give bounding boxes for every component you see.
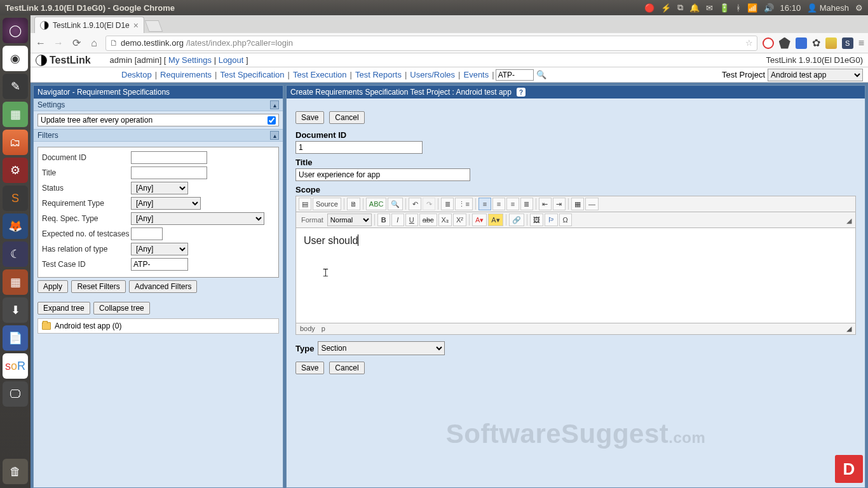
files-icon[interactable]: 🗂 (3, 130, 28, 155)
filter-spectype-select[interactable]: [Any] (131, 212, 264, 225)
editor-icon[interactable]: ✎ (3, 74, 28, 99)
save-button[interactable]: Save (295, 111, 324, 124)
ck-redo-icon[interactable]: ↷ (423, 198, 435, 210)
filters-header[interactable]: Filters ▴ (34, 129, 283, 142)
moon-icon[interactable]: ☾ (3, 241, 28, 267)
save-button-bottom[interactable]: Save (295, 362, 324, 374)
ck-specialchar-icon[interactable]: Ω (559, 214, 572, 226)
ext-yellow-icon[interactable] (825, 37, 837, 49)
ck-bold-icon[interactable]: B (377, 214, 390, 226)
ck-table-icon[interactable]: ▦ (571, 198, 584, 210)
battery-icon[interactable]: 🔋 (719, 3, 729, 13)
ext-s-icon[interactable]: S (842, 37, 853, 49)
reset-filters-button[interactable]: Reset Filters (71, 280, 125, 293)
ck-indent-icon[interactable]: ⇥ (553, 198, 566, 210)
filter-reqtype-select[interactable]: [Any] (131, 197, 201, 210)
ck-hr-icon[interactable]: — (585, 198, 599, 210)
volume-icon[interactable]: 🔊 (764, 3, 774, 13)
menu-test-exec[interactable]: Test Execution (291, 70, 349, 79)
filter-title-input[interactable] (131, 166, 207, 179)
advanced-filters-button[interactable]: Advanced Filters (129, 280, 197, 293)
app-icon[interactable]: ▦ (3, 269, 28, 295)
apply-button[interactable]: Apply (37, 280, 68, 293)
thunderbolt-icon[interactable]: ⚡ (661, 3, 671, 13)
clock[interactable]: 16:10 (780, 3, 801, 13)
doc-id-input[interactable] (295, 141, 423, 154)
collapse-tree-button[interactable]: Collapse tree (93, 302, 150, 315)
menu-search-input[interactable] (496, 69, 534, 81)
my-settings-link[interactable]: My Settings (168, 55, 212, 65)
ck-outdent-icon[interactable]: ⇤ (539, 198, 552, 210)
user-indicator[interactable]: 👤 Mahesh (807, 3, 849, 13)
ck-link-icon[interactable]: 🔗 (509, 214, 524, 226)
filter-expected-input[interactable] (131, 227, 163, 240)
star-icon[interactable]: ☆ (745, 38, 753, 48)
ck-find-icon[interactable]: 🔍 (388, 198, 403, 210)
chrome-menu-icon[interactable]: ≡ (858, 37, 864, 49)
test-project-select[interactable]: Android test app (768, 69, 863, 81)
ck-textcolor-icon[interactable]: A▾ (472, 214, 487, 226)
ck-align-justify-icon[interactable]: ≣ (520, 198, 533, 210)
dropbox-icon[interactable]: ⧉ (677, 3, 683, 13)
type-select[interactable]: Section (318, 341, 445, 355)
settings-header[interactable]: Settings ▴ (34, 98, 283, 111)
ck-format-select[interactable]: Normal (327, 214, 372, 226)
cancel-button[interactable]: Cancel (329, 111, 364, 124)
filter-doc-id-input[interactable] (131, 151, 207, 164)
forward-button[interactable]: → (52, 37, 65, 50)
menu-events[interactable]: Events (461, 70, 491, 79)
mail-icon[interactable]: ✉ (706, 3, 713, 13)
ck-align-center-icon[interactable]: ≡ (492, 198, 505, 210)
ck-numberlist-icon[interactable]: ≣ (441, 198, 454, 210)
logout-link[interactable]: Logout (219, 55, 244, 65)
menu-test-reports[interactable]: Test Reports (353, 70, 403, 79)
menu-test-spec[interactable]: Test Specification (218, 70, 286, 79)
ck-strike-icon[interactable]: abc (419, 214, 437, 226)
network-icon[interactable]: 📶 (747, 3, 757, 13)
menu-desktop[interactable]: Desktop (119, 70, 154, 79)
ck-align-left-icon[interactable]: ≡ (478, 198, 491, 210)
ck-bgcolor-icon[interactable]: A▾ (488, 214, 503, 226)
document-icon[interactable]: 📄 (3, 325, 28, 351)
sor-icon[interactable]: soR (3, 353, 28, 379)
chrome-icon[interactable]: ◉ (3, 46, 28, 71)
ck-spellcheck-icon[interactable]: ABC (366, 198, 387, 210)
ck-align-right-icon[interactable]: ≡ (506, 198, 519, 210)
bluetooth-icon[interactable]: ᚼ (736, 3, 741, 13)
reload-button[interactable]: ⟳ (70, 37, 83, 50)
ext-settings-icon[interactable]: ✿ (812, 37, 820, 49)
ck-anchor-icon[interactable]: 🏳 (545, 214, 558, 226)
filter-tcid-input[interactable] (131, 258, 188, 271)
trash-icon[interactable]: 🗑 (3, 459, 28, 484)
ck-bulletlist-icon[interactable]: ⋮≡ (455, 198, 472, 210)
update-tree-checkbox[interactable] (268, 116, 276, 125)
ck-undo-icon[interactable]: ↶ (409, 198, 421, 210)
menu-users-roles[interactable]: Users/Roles (408, 70, 457, 79)
ck-italic-icon[interactable]: I (391, 214, 404, 226)
expand-tree-button[interactable]: Expand tree (37, 302, 90, 315)
ck-image-icon[interactable]: 🖼 (530, 214, 543, 226)
indicator-icon[interactable]: 🔴 (644, 3, 654, 13)
browser-tab[interactable]: TestLink 1.9.10(El D1e × (34, 17, 144, 33)
ck-path-p[interactable]: p (322, 325, 325, 333)
firefox-icon[interactable]: 🦊 (3, 214, 28, 239)
dash-icon[interactable]: ◯ (3, 18, 28, 43)
ck-source-icon[interactable]: ▤ (299, 198, 311, 210)
ck-newpage-icon[interactable]: 🗎 (347, 198, 360, 210)
ck-path-body[interactable]: body (300, 325, 315, 333)
notification-icon[interactable]: 🔔 (689, 3, 700, 13)
ck-subscript-icon[interactable]: X₂ (438, 214, 452, 226)
ext-ublock-icon[interactable] (763, 37, 774, 49)
ck-resize-handle[interactable]: ◢ (846, 325, 851, 333)
ext-blue-icon[interactable] (796, 37, 807, 49)
back-button[interactable]: ← (34, 37, 47, 50)
filter-relation-select[interactable]: [Any] (131, 243, 188, 255)
ck-source-button[interactable]: Source (313, 198, 341, 210)
help-icon[interactable]: ? (517, 88, 526, 97)
url-input[interactable]: 🗋 demo.testlink.org/latest/index.php?cal… (105, 36, 757, 51)
download-icon[interactable]: ⬇ (3, 297, 28, 323)
terminal-icon[interactable]: ▦ (3, 102, 28, 127)
ck-underline-icon[interactable]: U (405, 214, 418, 226)
ext-pocket-icon[interactable] (779, 37, 790, 49)
menu-requirements[interactable]: Requirements (158, 70, 214, 79)
